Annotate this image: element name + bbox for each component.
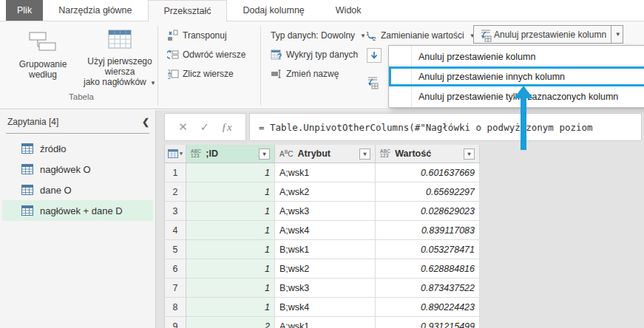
cell-id[interactable]: 1 xyxy=(186,279,275,298)
formula-text: = Table.UnpivotOtherColumns(#"Nagłówki o… xyxy=(259,122,593,133)
cell-wartosc[interactable]: 0.053278471 xyxy=(376,240,480,259)
power-query-editor: PlikNarzędzia głównePrzekształćDodaj kol… xyxy=(0,0,644,328)
row-number[interactable]: 9 xyxy=(164,317,186,328)
formula-input[interactable]: = Table.UnpivotOtherColumns(#"Nagłówki o… xyxy=(249,113,642,141)
data-type-label: Typ danych: Dowolny xyxy=(271,30,355,41)
table-headers-icon xyxy=(108,29,132,52)
cell-atrybut[interactable]: A;wsk1 xyxy=(275,163,376,182)
cell-id[interactable]: 1 xyxy=(186,202,275,221)
menu-item[interactable]: Anuluj przestawienie innych kolumn xyxy=(389,66,644,86)
filter-icon[interactable] xyxy=(464,148,475,160)
cell-wartosc[interactable]: 0.890224423 xyxy=(376,298,480,317)
cell-wartosc[interactable]: 0.601637669 xyxy=(376,163,480,182)
column-name: Wartość xyxy=(395,148,464,159)
unpivot-columns-icon xyxy=(478,29,490,41)
replace-values-button[interactable]: 1 2 Zamienianie wartości ▼ xyxy=(365,28,475,43)
ribbon-tab[interactable]: Widok xyxy=(320,0,377,21)
cell-atrybut[interactable]: A;wsk2 xyxy=(275,182,376,202)
fill-down-icon xyxy=(367,48,382,63)
reverse-rows-icon xyxy=(167,49,179,61)
unpivot-dropdown-arrow[interactable]: ▼ xyxy=(611,26,623,43)
query-table-icon xyxy=(21,164,33,174)
query-list: źródło nagłówek O dane O xyxy=(0,138,155,221)
rename-icon xyxy=(271,68,282,80)
cell-id[interactable]: 1 xyxy=(186,298,275,317)
cell-atrybut[interactable]: A;wsk3 xyxy=(275,202,376,221)
cell-atrybut[interactable]: B;wsk4 xyxy=(275,298,376,317)
query-list-item[interactable]: nagłówek O xyxy=(2,159,153,180)
reverse-rows-button[interactable]: Odwróć wiersze xyxy=(167,47,245,62)
ribbon-tab[interactable]: Plik xyxy=(6,0,43,21)
query-table-icon xyxy=(21,185,33,195)
row-number[interactable]: 8 xyxy=(164,298,186,317)
cell-wartosc[interactable]: 0.65692297 xyxy=(376,182,480,202)
cell-wartosc[interactable]: 0.873437522 xyxy=(376,279,480,298)
rename-label: Zmień nazwę xyxy=(286,69,339,79)
cell-wartosc[interactable]: 0.628884816 xyxy=(376,259,480,279)
cell-wartosc[interactable]: 0.839117083 xyxy=(376,221,480,240)
row-number[interactable]: 7 xyxy=(164,279,186,298)
commit-formula-icon[interactable]: ✓ xyxy=(200,120,209,134)
row-number[interactable]: 4 xyxy=(164,221,186,240)
transpose-button[interactable]: Transponuj xyxy=(167,28,227,43)
filter-icon[interactable] xyxy=(359,148,370,160)
group-by-icon xyxy=(27,30,58,55)
menu-item[interactable]: Anuluj przestawienie kolumn xyxy=(389,47,644,66)
table-row: 3 1 A;wsk3 0.028629023 xyxy=(164,202,480,221)
unpivot-columns-split-button[interactable]: Anuluj przestawienie kolumn ▼ xyxy=(473,25,623,44)
ribbon-tab-bar: PlikNarzędzia głównePrzekształćDodaj kol… xyxy=(0,0,644,21)
first-row-headers-label: Użyj pierwszego wierszajako nagłówków ▼ xyxy=(81,56,158,89)
replace-values-icon: 1 2 xyxy=(365,30,377,41)
first-row-headers-button[interactable]: Użyj pierwszego wierszajako nagłówków ▼ xyxy=(81,26,158,89)
cell-wartosc[interactable]: 0.931215499 xyxy=(376,317,480,328)
detect-type-button[interactable]: ? Wykryj typ danych xyxy=(271,47,358,62)
annotation-arrow-head xyxy=(514,86,533,98)
cell-id[interactable]: 1 xyxy=(186,240,275,259)
cell-atrybut[interactable]: B;wsk2 xyxy=(275,259,376,279)
transpose-icon xyxy=(167,30,179,41)
collapse-pane-icon[interactable]: ❮ xyxy=(142,117,149,127)
group-by-label: Grupowaniewedług xyxy=(19,59,67,80)
cell-id[interactable]: 1 xyxy=(186,182,275,202)
rename-button[interactable]: Zmień nazwę xyxy=(271,66,339,81)
query-list-item[interactable]: dane O xyxy=(2,180,153,200)
ribbon-tab[interactable]: Dodaj kolumnę xyxy=(227,0,319,21)
count-rows-button[interactable]: 1 2 Zlicz wiersze xyxy=(167,66,234,81)
query-list-item[interactable]: nagłówek + dane D xyxy=(2,200,153,221)
queries-pane-divider xyxy=(6,133,149,134)
cell-id[interactable]: 1 xyxy=(186,163,275,182)
row-number[interactable]: 5 xyxy=(164,240,186,259)
cell-id[interactable]: 1 xyxy=(186,259,275,279)
cancel-formula-icon[interactable]: ✕ xyxy=(178,120,188,134)
group-by-button[interactable]: Grupowaniewedług xyxy=(4,26,81,89)
row-number[interactable]: 6 xyxy=(164,259,186,279)
text-type-icon: ABC xyxy=(279,149,294,158)
cell-id[interactable]: 2 xyxy=(186,317,275,328)
cell-atrybut[interactable]: B;wsk1 xyxy=(275,240,376,259)
fx-icon[interactable]: ƒx xyxy=(222,121,232,134)
fill-button[interactable] xyxy=(367,48,382,63)
filter-icon[interactable] xyxy=(259,148,270,160)
unpivot-small-button[interactable] xyxy=(365,75,377,89)
cell-wartosc[interactable]: 0.028629023 xyxy=(376,202,480,221)
cell-atrybut[interactable]: B;wsk3 xyxy=(275,279,376,298)
table-row: 6 1 B;wsk2 0.628884816 xyxy=(164,259,480,279)
cell-atrybut[interactable]: A;wsk4 xyxy=(275,221,376,240)
ribbon-tab[interactable]: Narzędzia główne xyxy=(43,0,147,21)
ribbon-tab[interactable]: Przekształć xyxy=(148,0,228,21)
count-rows-label: Zlicz wiersze xyxy=(183,69,234,79)
transpose-label: Transponuj xyxy=(183,30,227,41)
row-number[interactable]: 3 xyxy=(164,202,186,221)
table-menu-button[interactable]: ▾ xyxy=(164,145,186,163)
column-header-atrybut[interactable]: ABC Atrybut xyxy=(275,145,376,163)
column-header-wartosc[interactable]: ABC123 Wartość xyxy=(376,145,480,163)
query-list-item[interactable]: źródło xyxy=(2,138,153,159)
cell-id[interactable]: 1 xyxy=(186,221,275,240)
column-header-id[interactable]: ABC123 ;ID xyxy=(186,145,275,163)
row-number[interactable]: 1 xyxy=(164,163,186,182)
data-type-button[interactable]: Typ danych: Dowolny ▼ xyxy=(271,28,366,43)
row-number[interactable]: 2 xyxy=(164,182,186,202)
table-row: 5 1 B;wsk1 0.053278471 xyxy=(164,240,480,259)
svg-text:2: 2 xyxy=(168,75,171,80)
cell-atrybut[interactable]: A;wsk1 xyxy=(275,317,376,328)
